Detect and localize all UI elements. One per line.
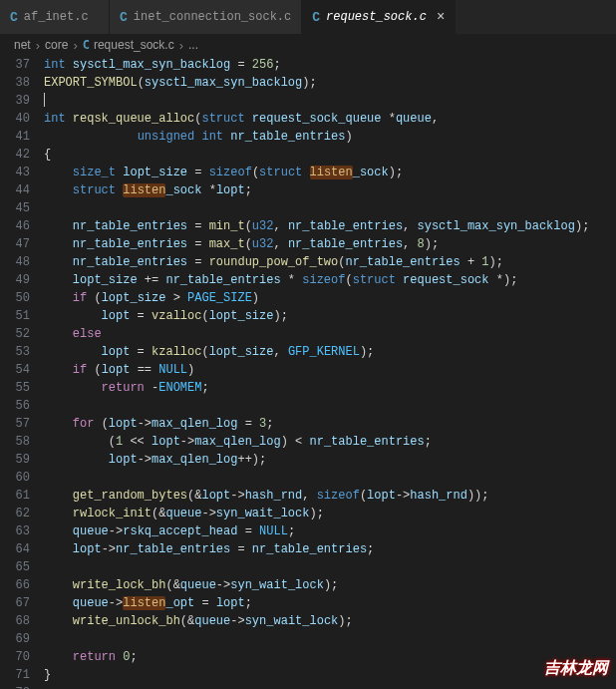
line-number: 55 xyxy=(0,379,30,397)
code-line[interactable]: for (lopt->max_qlen_log = 3; xyxy=(44,415,616,433)
line-number: 39 xyxy=(0,92,30,110)
c-file-icon: C xyxy=(120,10,128,25)
code-line[interactable]: get_random_bytes(&lopt->hash_rnd, sizeof… xyxy=(44,487,616,505)
line-number: 58 xyxy=(0,433,30,451)
line-number: 66 xyxy=(0,576,30,594)
line-number: 72 xyxy=(0,684,30,689)
line-number: 52 xyxy=(0,325,30,343)
line-number: 48 xyxy=(0,253,30,271)
line-number: 41 xyxy=(0,128,30,146)
code-line[interactable]: queue->listen_opt = lopt; xyxy=(44,594,616,612)
code-line[interactable] xyxy=(44,558,616,576)
code-line[interactable]: nr_table_entries = roundup_pow_of_two(nr… xyxy=(44,253,616,271)
breadcrumb-segment[interactable]: request_sock.c xyxy=(94,38,174,52)
code-line[interactable]: struct listen_sock *lopt; xyxy=(44,181,616,199)
tab-af-inet[interactable]: C af_inet.c xyxy=(0,0,110,34)
line-number: 46 xyxy=(0,217,30,235)
line-number: 65 xyxy=(0,558,30,576)
chevron-right-icon: › xyxy=(73,38,77,53)
code-line[interactable] xyxy=(44,397,616,415)
breadcrumb-segment[interactable]: core xyxy=(45,38,68,52)
line-number: 63 xyxy=(0,522,30,540)
line-number: 50 xyxy=(0,289,30,307)
tab-label: request_sock.c xyxy=(326,10,427,24)
code-line[interactable]: queue->rskq_accept_head = NULL; xyxy=(44,522,616,540)
code-line[interactable]: int reqsk_queue_alloc(struct request_soc… xyxy=(44,110,616,128)
chevron-right-icon: › xyxy=(36,38,40,53)
watermark: 吉林龙网 xyxy=(544,658,608,679)
breadcrumb[interactable]: net › core › C request_sock.c › ... xyxy=(0,34,616,56)
code-line[interactable] xyxy=(44,684,616,689)
line-number: 69 xyxy=(0,630,30,648)
breadcrumb-segment[interactable]: ... xyxy=(188,38,198,52)
line-number: 62 xyxy=(0,505,30,522)
code-line[interactable]: lopt->nr_table_entries = nr_table_entrie… xyxy=(44,540,616,558)
tab-request-sock[interactable]: C request_sock.c × xyxy=(302,0,456,34)
line-number: 71 xyxy=(0,666,30,684)
code-line[interactable]: (1 << lopt->max_qlen_log) < nr_table_ent… xyxy=(44,433,616,451)
line-number: 45 xyxy=(0,199,30,217)
close-icon[interactable]: × xyxy=(437,9,445,25)
code-line[interactable]: lopt = kzalloc(lopt_size, GFP_KERNEL); xyxy=(44,343,616,361)
line-number: 53 xyxy=(0,343,30,361)
tab-inet-connection-sock[interactable]: C inet_connection_sock.c xyxy=(110,0,302,34)
c-file-icon: C xyxy=(10,10,18,25)
code-line[interactable]: write_unlock_bh(&queue->syn_wait_lock); xyxy=(44,612,616,630)
line-number: 44 xyxy=(0,181,30,199)
code-line[interactable]: nr_table_entries = max_t(u32, nr_table_e… xyxy=(44,235,616,253)
tab-label: inet_connection_sock.c xyxy=(134,10,291,24)
code-content[interactable]: int sysctl_max_syn_backlog = 256;EXPORT_… xyxy=(44,56,616,689)
line-number: 64 xyxy=(0,540,30,558)
line-number: 38 xyxy=(0,74,30,92)
line-number: 43 xyxy=(0,164,30,181)
c-file-icon: C xyxy=(83,38,90,52)
code-line[interactable]: } xyxy=(44,666,616,684)
code-line[interactable]: int sysctl_max_syn_backlog = 256; xyxy=(44,56,616,74)
code-line[interactable]: unsigned int nr_table_entries) xyxy=(44,128,616,146)
tab-label: af_inet.c xyxy=(24,10,89,24)
line-number: 42 xyxy=(0,146,30,164)
code-line[interactable]: lopt = vzalloc(lopt_size); xyxy=(44,307,616,325)
line-number: 54 xyxy=(0,361,30,379)
line-number: 59 xyxy=(0,451,30,469)
code-line[interactable] xyxy=(44,630,616,648)
code-line[interactable] xyxy=(44,92,616,110)
code-line[interactable] xyxy=(44,199,616,217)
code-editor[interactable]: 3738394041424344454647484950515253545556… xyxy=(0,56,616,689)
line-number: 47 xyxy=(0,235,30,253)
code-line[interactable]: else xyxy=(44,325,616,343)
code-line[interactable]: return -ENOMEM; xyxy=(44,379,616,397)
code-line[interactable]: if (lopt == NULL) xyxy=(44,361,616,379)
code-line[interactable] xyxy=(44,469,616,487)
code-line[interactable]: lopt->max_qlen_log++); xyxy=(44,451,616,469)
editor-tabs: C af_inet.c C inet_connection_sock.c C r… xyxy=(0,0,616,34)
c-file-icon: C xyxy=(312,10,320,25)
line-number: 37 xyxy=(0,56,30,74)
line-number: 61 xyxy=(0,487,30,505)
code-line[interactable]: if (lopt_size > PAGE_SIZE) xyxy=(44,289,616,307)
code-line[interactable]: size_t lopt_size = sizeof(struct listen_… xyxy=(44,164,616,181)
code-line[interactable]: { xyxy=(44,146,616,164)
line-number-gutter: 3738394041424344454647484950515253545556… xyxy=(0,56,44,689)
line-number: 70 xyxy=(0,648,30,666)
code-line[interactable]: return 0; xyxy=(44,648,616,666)
line-number: 51 xyxy=(0,307,30,325)
line-number: 56 xyxy=(0,397,30,415)
line-number: 60 xyxy=(0,469,30,487)
code-line[interactable]: write_lock_bh(&queue->syn_wait_lock); xyxy=(44,576,616,594)
code-line[interactable]: EXPORT_SYMBOL(sysctl_max_syn_backlog); xyxy=(44,74,616,92)
line-number: 67 xyxy=(0,594,30,612)
code-line[interactable]: lopt_size += nr_table_entries * sizeof(s… xyxy=(44,271,616,289)
line-number: 49 xyxy=(0,271,30,289)
line-number: 68 xyxy=(0,612,30,630)
chevron-right-icon: › xyxy=(179,38,183,53)
code-line[interactable]: nr_table_entries = min_t(u32, nr_table_e… xyxy=(44,217,616,235)
breadcrumb-segment[interactable]: net xyxy=(14,38,31,52)
code-line[interactable]: rwlock_init(&queue->syn_wait_lock); xyxy=(44,505,616,522)
line-number: 57 xyxy=(0,415,30,433)
line-number: 40 xyxy=(0,110,30,128)
